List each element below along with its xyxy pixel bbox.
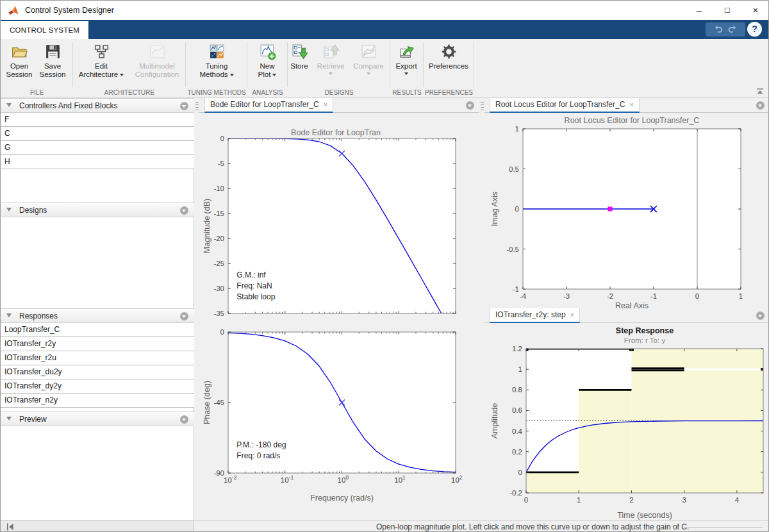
collapse-triangle-icon[interactable]: [6, 103, 12, 107]
root-locus-plot-area[interactable]: -4-3-2-101-1-0.500.51Root Locus Editor f…: [484, 113, 769, 308]
sidebar-panel-header-designs[interactable]: Designs: [1, 203, 194, 217]
preferences-button[interactable]: Preferences: [422, 42, 475, 71]
list-item-c[interactable]: C: [1, 127, 194, 141]
collapse-triangle-icon[interactable]: [6, 313, 12, 317]
svg-text:Stable loop: Stable loop: [236, 292, 275, 301]
close-button[interactable]: ×: [741, 1, 769, 20]
svg-text:Time (seconds): Time (seconds): [617, 511, 672, 520]
collapse-ribbon-icon[interactable]: [756, 88, 765, 95]
svg-text:0.5: 0.5: [509, 165, 519, 173]
tuning-methods-label: Tuning: [190, 62, 244, 71]
vertical-splitter-left[interactable]: [194, 98, 199, 520]
edit-architecture-button[interactable]: EditArchitecture: [74, 42, 128, 79]
redo-icon[interactable]: [727, 25, 738, 34]
svg-text:-10: -10: [213, 185, 224, 192]
window-title: Control System Designer: [25, 6, 114, 15]
status-message: Open-loop magnitude plot. Left click and…: [376, 522, 689, 531]
svg-text:-1: -1: [650, 292, 657, 300]
close-tab-icon[interactable]: ×: [570, 311, 574, 319]
svg-text:Root Locus Editor for LoopTran: Root Locus Editor for LoopTransfer_C: [565, 116, 700, 125]
maximize-button[interactable]: □: [713, 1, 741, 20]
svg-text:0: 0: [220, 135, 224, 142]
retrieve-icon: [322, 43, 340, 60]
sidebar-panel-title: Responses: [19, 312, 58, 320]
svg-text:Freq: NaN: Freq: NaN: [236, 281, 272, 290]
svg-text:-90: -90: [213, 469, 224, 477]
list-item-f[interactable]: F: [1, 113, 194, 127]
svg-text:-0.5: -0.5: [506, 245, 519, 253]
tab-step-response[interactable]: IOTransfer_r2y: step×: [490, 308, 580, 323]
sidebar-panel-title: Controllers And Fixed Blocks: [19, 101, 117, 110]
ribbon-tab-strip: CONTROL SYSTEM ?: [1, 20, 769, 39]
svg-text:1: 1: [577, 496, 581, 504]
panel-menu-icon[interactable]: [756, 101, 765, 110]
multimodel-configuration-label: Configuration: [130, 71, 184, 79]
svg-text:Step Response: Step Response: [616, 326, 674, 335]
list-item-iotransfer_dy2y[interactable]: IOTransfer_dy2y: [1, 379, 194, 394]
svg-text:G.M.: inf: G.M.: inf: [236, 270, 266, 279]
collapse-triangle-icon[interactable]: [6, 208, 12, 212]
tuning-methods-button[interactable]: TuningMethods: [190, 42, 244, 79]
tuning-methods-label: Methods: [190, 71, 244, 79]
list-item-iotransfer_r2y[interactable]: IOTransfer_r2y: [1, 337, 194, 351]
save-session-button[interactable]: SaveSession: [26, 42, 79, 79]
minimize-button[interactable]: –: [685, 1, 713, 20]
svg-text:0: 0: [220, 328, 224, 336]
list-item-g[interactable]: G: [1, 141, 194, 155]
save-session-label: Session: [26, 71, 79, 79]
list-item-iotransfer_r2u[interactable]: IOTransfer_r2u: [1, 351, 194, 365]
svg-text:0: 0: [695, 292, 699, 300]
list-item-iotransfer_du2y[interactable]: IOTransfer_du2y: [1, 365, 194, 379]
collapse-triangle-icon[interactable]: [6, 417, 12, 420]
tab-control-system[interactable]: CONTROL SYSTEM: [1, 21, 88, 39]
svg-text:-45: -45: [213, 399, 224, 406]
panel-menu-icon[interactable]: [180, 415, 188, 424]
sidebar-panel-header-responses[interactable]: Responses: [1, 308, 194, 323]
sidebar-panel-title: Preview: [19, 415, 47, 424]
main-area: Controllers And Fixed BlocksFCGHDesignsR…: [1, 98, 769, 520]
svg-text:100: 100: [338, 474, 349, 484]
svg-text:1: 1: [518, 365, 522, 373]
panel-menu-icon[interactable]: [756, 312, 765, 320]
close-tab-icon[interactable]: ×: [324, 101, 327, 108]
panel-menu-icon[interactable]: [466, 101, 474, 110]
svg-text:4: 4: [735, 496, 740, 504]
ribbon-group-file: OpenSessionSaveSessionFILE: [1, 39, 73, 97]
svg-text:0: 0: [515, 205, 519, 213]
matlab-logo-icon: [8, 4, 19, 16]
svg-text:Freq: 0 rad/s: Freq: 0 rad/s: [236, 451, 280, 460]
list-item-looptransfer_c[interactable]: LoopTransfer_C: [1, 323, 194, 337]
tab-root-locus[interactable]: Root Locus Editor for LoopTransfer_C×: [490, 98, 640, 113]
tab-bode-editor[interactable]: Bode Editor for LoopTransfer_C×: [204, 98, 333, 113]
close-tab-icon[interactable]: ×: [629, 101, 633, 108]
ribbon-group-label: ANALYSIS: [247, 89, 288, 96]
multimodel-configuration-label: Multimodel: [130, 62, 184, 71]
sidebar-panel-header-preview[interactable]: Preview: [1, 411, 194, 426]
multimodel-configuration-icon: [149, 43, 166, 60]
svg-text:Real Axis: Real Axis: [615, 301, 649, 308]
ribbon-group-designs: StoreRetrieveCompareDESIGNS: [288, 39, 390, 97]
svg-text:1: 1: [515, 125, 519, 133]
dropdown-arrow-icon: [230, 74, 234, 76]
sidebar-panel-header-controllers-and-fixed-blocks[interactable]: Controllers And Fixed Blocks: [1, 98, 194, 113]
edit-architecture-icon: [93, 43, 110, 60]
step-response-plot-area[interactable]: 01234-0.200.20.40.60.811.2Step ResponseF…: [484, 323, 769, 520]
svg-text:10-2: 10-2: [224, 474, 237, 484]
svg-text:0: 0: [518, 469, 522, 476]
vertical-splitter-right[interactable]: [479, 98, 484, 520]
help-button[interactable]: ?: [747, 22, 762, 37]
svg-text:-4: -4: [520, 292, 527, 300]
quick-access-toolbar: [706, 22, 745, 37]
list-item-iotransfer_n2y[interactable]: IOTransfer_n2y: [1, 394, 194, 408]
collapse-sidebar-icon[interactable]: [6, 522, 15, 531]
bode-editor-plot-area[interactable]: 0-5-10-15-20-25-30-35Bode Editor for Loo…: [199, 113, 479, 520]
svg-text:Phase (deg): Phase (deg): [203, 381, 211, 424]
edit-architecture-label: Architecture: [74, 71, 128, 79]
ribbon-group-architecture: EditArchitectureMultimodelConfigurationA…: [73, 39, 186, 97]
panel-menu-icon[interactable]: [180, 206, 188, 215]
panel-menu-icon[interactable]: [180, 102, 188, 110]
save-session-icon: [44, 43, 62, 60]
panel-menu-icon[interactable]: [180, 312, 188, 320]
undo-icon[interactable]: [713, 25, 724, 34]
list-item-h[interactable]: H: [1, 155, 194, 169]
